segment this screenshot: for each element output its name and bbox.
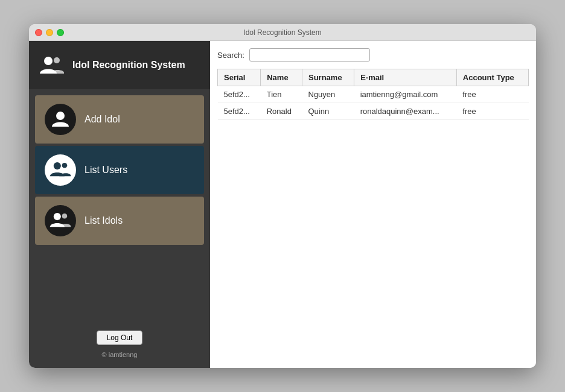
sidebar-app-title: Idol Recognition System: [72, 60, 185, 71]
cell-surname: Nguyen: [302, 86, 354, 103]
sidebar: Idol Recognition System Add Idol: [29, 41, 210, 368]
svg-point-3: [54, 162, 61, 169]
col-serial: Serial: [218, 69, 261, 86]
svg-point-1: [54, 57, 60, 63]
logout-button[interactable]: Log Out: [97, 330, 143, 345]
nav-items: Add Idol List Users: [29, 89, 210, 321]
users-table: Serial Name Surname E-mail Account Type …: [217, 69, 529, 120]
maximize-button[interactable]: [57, 29, 64, 36]
list-users-label: List Users: [85, 165, 127, 175]
close-button[interactable]: [35, 29, 42, 36]
sidebar-item-list-idols[interactable]: List Idols: [35, 197, 204, 245]
search-bar: Search:: [217, 48, 529, 62]
person-icon: [51, 110, 70, 129]
sidebar-footer: Log Out © iamtienng: [29, 321, 210, 368]
sidebar-header: Idol Recognition System: [29, 41, 210, 89]
window-title: Idol Recognition System: [243, 28, 321, 37]
traffic-lights: [35, 29, 64, 36]
col-name: Name: [261, 69, 302, 86]
cell-surname: Quinn: [302, 103, 354, 120]
app-logo-icon: [39, 52, 65, 78]
cell-serial: 5efd2...: [218, 86, 261, 103]
svg-point-0: [44, 57, 53, 65]
search-input[interactable]: [249, 48, 370, 62]
cell-name: Tien: [261, 86, 302, 103]
minimize-button[interactable]: [46, 29, 53, 36]
col-surname: Surname: [302, 69, 354, 86]
add-idol-icon-circle: [45, 104, 76, 135]
users-icon: [49, 159, 72, 182]
cell-name: Ronald: [261, 103, 302, 120]
list-idols-label: List Idols: [85, 215, 123, 226]
cell-serial: 5efd2...: [218, 103, 261, 120]
main-panel: Search: Serial Name Surname E-mail Accou…: [210, 41, 536, 368]
svg-point-6: [62, 213, 68, 219]
svg-point-2: [56, 112, 65, 120]
table-row: 5efd2...RonaldQuinnronaldaquinn@exam...f…: [218, 103, 529, 120]
sidebar-item-list-users[interactable]: List Users: [35, 146, 204, 194]
svg-point-4: [62, 163, 68, 168]
col-email: E-mail: [354, 69, 457, 86]
add-idol-label: Add Idol: [85, 114, 120, 125]
table-header-row: Serial Name Surname E-mail Account Type: [218, 69, 529, 86]
main-content: Idol Recognition System Add Idol: [29, 41, 536, 368]
search-label: Search:: [217, 51, 244, 60]
svg-point-5: [54, 213, 61, 220]
list-users-icon-circle: [45, 154, 76, 186]
idols-icon: [49, 209, 72, 232]
cell-email: ronaldaquinn@exam...: [354, 103, 457, 120]
table-row: 5efd2...TienNguyeniamtienng@gmail.comfre…: [218, 86, 529, 103]
app-window: Idol Recognition System Idol Recognition…: [29, 24, 536, 368]
cell-account_type: free: [456, 103, 528, 120]
list-idols-icon-circle: [45, 205, 76, 236]
copyright-text: © iamtienng: [102, 351, 138, 358]
titlebar: Idol Recognition System: [29, 24, 536, 41]
cell-account_type: free: [456, 86, 528, 103]
cell-email: iamtienng@gmail.com: [354, 86, 457, 103]
sidebar-item-add-idol[interactable]: Add Idol: [35, 95, 204, 144]
col-account-type: Account Type: [456, 69, 528, 86]
